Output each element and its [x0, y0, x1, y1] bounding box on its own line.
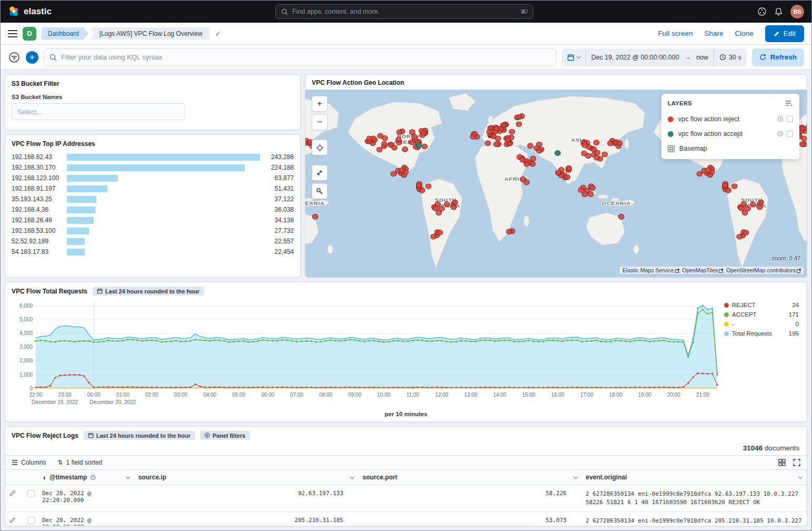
edit-row-icon[interactable]: [9, 490, 16, 496]
filter-row: + Filter your data using KQL syntax Dec …: [1, 45, 811, 70]
column-header-sourceip[interactable]: source.ip: [134, 470, 358, 485]
legend-item[interactable]: REJECT24: [724, 302, 799, 308]
time-range-badge[interactable]: Last 24 hours rounded to the hour: [84, 431, 195, 440]
svg-text:07:00: 07:00: [290, 392, 303, 398]
notifications-bell-icon[interactable]: [774, 7, 783, 16]
ip-bar[interactable]: [67, 175, 118, 182]
panel-top-ip-addresses: VPC Flow Top IP Addresses 192.168.62.432…: [5, 134, 301, 278]
svg-text:06:00: 06:00: [261, 392, 274, 398]
ip-bar[interactable]: [67, 196, 96, 203]
ip-bar[interactable]: [67, 206, 95, 213]
ip-bar-row: 52.52.92.18922,557: [12, 236, 294, 247]
legend-item[interactable]: -0: [724, 321, 799, 327]
svg-text:00:00: 00:00: [87, 392, 101, 398]
svg-text:1,000: 1,000: [19, 372, 33, 378]
ip-bar[interactable]: [67, 154, 260, 161]
dashboard-content: S3 Bucket Filter S3 Bucket Names Select.…: [1, 70, 811, 530]
clone-link[interactable]: Clone: [735, 30, 753, 37]
legend-item[interactable]: Total Requests195: [724, 330, 799, 337]
display-options-button[interactable]: [778, 459, 786, 466]
date-picker: Dec 19, 2022 @ 00:00:00.000 → now 30 s: [562, 48, 747, 66]
ip-bar[interactable]: [67, 217, 94, 224]
legend-swatch: [724, 322, 729, 327]
space-avatar[interactable]: D: [23, 27, 36, 41]
date-start-button[interactable]: Dec 19, 2022 @ 00:00:00.000: [586, 48, 685, 66]
layer-checkbox[interactable]: [787, 131, 793, 137]
ip-bar[interactable]: [67, 238, 85, 245]
breadcrumb-dashboard[interactable]: Dashboard: [42, 27, 88, 40]
kql-search-input[interactable]: Filter your data using KQL syntax: [44, 48, 557, 66]
grid-fullscreen-button[interactable]: [793, 459, 800, 466]
map-tools-button[interactable]: [312, 183, 328, 199]
svg-text:15:00: 15:00: [522, 392, 536, 398]
column-header-timestamp[interactable]: ↓@timestamp: [38, 470, 134, 485]
map-zoom-in-button[interactable]: +: [312, 96, 328, 112]
layer-item-basemap[interactable]: Basemap: [661, 141, 799, 156]
ip-bar[interactable]: [67, 249, 85, 255]
column-menu-icon[interactable]: [350, 474, 354, 478]
row-checkbox[interactable]: [27, 490, 35, 497]
date-end-button[interactable]: now: [691, 48, 714, 66]
add-filter-button[interactable]: +: [26, 51, 38, 64]
global-search-placeholder: Find apps, content, and more.: [292, 8, 380, 15]
sort-icon: ⇅: [57, 459, 63, 466]
saved-filters-icon[interactable]: [8, 51, 21, 64]
svg-text:December 19, 2022: December 19, 2022: [32, 399, 78, 405]
elastic-brand[interactable]: elastic: [8, 6, 52, 17]
column-menu-icon[interactable]: [573, 474, 577, 478]
edit-button[interactable]: Edit: [765, 25, 804, 42]
time-range-badge[interactable]: Last 24 hours rounded to the hour: [93, 287, 204, 296]
ip-bar[interactable]: [67, 185, 107, 192]
column-menu-icon[interactable]: [798, 474, 803, 478]
layers-menu-icon[interactable]: [786, 100, 793, 106]
row-checkbox[interactable]: [27, 517, 35, 524]
attribution-link[interactable]: Elastic Maps Service: [622, 267, 679, 273]
external-link-icon: [675, 269, 679, 273]
column-header-sourceport[interactable]: source.port: [358, 470, 581, 485]
map-locate-button[interactable]: [312, 140, 328, 155]
svg-text:05:00: 05:00: [232, 392, 245, 398]
attribution-link[interactable]: OpenStreetMap contributors: [726, 267, 801, 273]
column-header-eventoriginal[interactable]: event.original: [581, 470, 807, 485]
panel-total-requests: VPC Flow Total Requests Last 24 hours ro…: [5, 282, 807, 422]
legend-value: 195: [789, 330, 799, 337]
layer-checkbox[interactable]: [787, 116, 793, 122]
deployment-icon[interactable]: [757, 7, 767, 16]
svg-text:4,000: 4,000: [19, 330, 33, 336]
map-fullscreen-button[interactable]: [312, 165, 328, 181]
x-axis-caption: per 10 minutes: [12, 411, 800, 417]
layer-label: vpc flow action reject: [678, 115, 739, 123]
ip-bar[interactable]: [67, 228, 89, 234]
share-link[interactable]: Share: [704, 30, 723, 37]
columns-button[interactable]: Columns: [12, 459, 46, 466]
calendar-menu-button[interactable]: [562, 48, 586, 66]
legend-item[interactable]: ACCEPT171: [724, 311, 799, 318]
legend-value: 171: [789, 311, 799, 318]
search-icon: [281, 8, 288, 15]
cell-event-original: 2 627286350134 eni-0e1999c8e7918dfca 92.…: [581, 485, 807, 512]
refresh-interval-button[interactable]: 30 s: [714, 48, 747, 66]
map-zoom-out-button[interactable]: −: [312, 114, 328, 130]
svg-text:0: 0: [29, 386, 33, 391]
log-row[interactable]: Dec 20, 2022 @ 22:20:20.00092.63.197.133…: [5, 485, 807, 512]
attribution-link[interactable]: OpenMapTiles: [682, 267, 723, 273]
edit-row-icon[interactable]: [9, 517, 16, 523]
map-canvas[interactable]: NORTHAMERICASOUTHAMERICAAFRICAASIAOCEANI…: [305, 90, 807, 277]
user-avatar[interactable]: BS: [790, 5, 804, 18]
s3-bucket-select[interactable]: Select...: [12, 103, 185, 120]
panel-filters-badge[interactable]: Panel filters: [200, 431, 250, 440]
total-requests-chart[interactable]: 01,0002,0003,0004,0005,0006,00022:0023:0…: [12, 298, 720, 409]
svg-text:December 20, 2022: December 20, 2022: [90, 399, 136, 405]
sort-fields-button[interactable]: ⇅ 1 field sorted: [57, 459, 102, 466]
svg-text:23:00: 23:00: [58, 392, 72, 398]
global-search-input[interactable]: Find apps, content, and more. ⌘/: [275, 4, 533, 19]
tools-icon: [316, 188, 323, 195]
refresh-button[interactable]: Refresh: [752, 48, 804, 66]
log-row[interactable]: Dec 20, 2022 @ 22:20:20.000205.210.31.18…: [5, 512, 807, 526]
layer-item[interactable]: vpc flow action accept: [661, 126, 799, 141]
layer-item[interactable]: vpc flow action reject: [661, 112, 799, 126]
column-menu-icon[interactable]: [125, 474, 130, 478]
full-screen-link[interactable]: Full screen: [658, 30, 692, 37]
ip-bar[interactable]: [67, 164, 245, 171]
menu-hamburger-icon[interactable]: [8, 30, 17, 37]
